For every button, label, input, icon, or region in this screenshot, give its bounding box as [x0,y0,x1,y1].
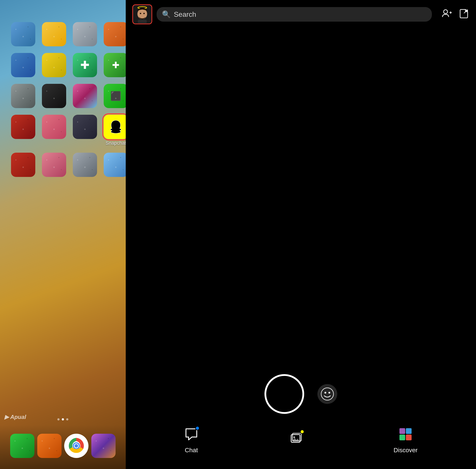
discover-nav-label: Discover [394,447,418,454]
app-icon-15[interactable] [73,115,97,139]
android-homescreen: ✚ ✚ ⬛ [0,0,126,469]
snapchat-panel: 🔍 Search [126,0,476,469]
shutter-button[interactable] [264,374,304,414]
dock-icon-chrome[interactable] [64,434,88,458]
list-item[interactable] [42,53,66,77]
page-dot-2 [62,418,64,420]
list-item[interactable] [11,84,35,108]
snapchat-header: 🔍 Search [126,0,476,29]
dock-icon-2[interactable] [37,434,62,458]
svg-rect-20 [399,428,405,434]
dock-icon-1[interactable] [10,434,34,458]
search-placeholder-text: Search [174,10,196,18]
watermark-text: ▶ Apual [4,413,26,420]
add-friend-icon [441,8,452,19]
page-dot-1 [57,418,60,420]
chat-nav-label: Chat [185,447,198,454]
list-item[interactable] [73,153,97,177]
list-item[interactable] [42,153,66,177]
svg-point-19 [293,436,295,438]
snapchat-app-wrapper[interactable]: Snapchat [104,115,126,146]
app-icon-8[interactable]: ✚ [104,53,126,77]
app-icon-3[interactable] [73,22,97,46]
app-icon-13[interactable] [11,115,35,139]
app-icon-12[interactable]: ⬛ [104,84,126,108]
camera-controls [126,374,476,414]
list-item[interactable] [73,115,97,146]
list-item[interactable] [42,115,66,146]
chrome-icon [67,437,85,455]
dock-icon-camera[interactable] [91,434,115,458]
app-icon-1[interactable] [11,22,35,46]
app-icon-10[interactable] [42,84,66,108]
svg-point-10 [443,10,447,14]
page-indicator [57,418,68,420]
app-icon-11[interactable] [73,84,97,108]
app-icon-17[interactable] [11,153,35,177]
svg-point-4 [75,444,78,448]
list-item[interactable] [11,53,35,77]
svg-point-15 [325,392,326,394]
svg-point-14 [321,388,333,400]
bitmoji-avatar-icon [133,5,151,23]
list-item[interactable] [73,22,97,46]
app-grid: ✚ ✚ ⬛ [7,18,119,181]
svg-rect-9 [138,20,147,23]
app-icon-4[interactable] [104,22,126,46]
page-dot-3 [66,418,68,420]
list-item[interactable] [42,22,66,46]
user-avatar[interactable] [132,4,152,24]
list-item[interactable]: ✚ [104,53,126,77]
app-icon-2[interactable] [42,22,66,46]
list-item[interactable] [11,115,35,146]
smiley-icon [321,387,334,401]
snap-send-button[interactable] [458,8,469,21]
app-icon-5[interactable] [11,53,35,77]
add-friend-button[interactable] [441,8,452,21]
list-item[interactable] [11,153,35,177]
bottom-navigation: Chat [126,420,476,469]
list-item[interactable] [104,22,126,46]
stories-nav-icon-wrapper [289,431,303,448]
snapchat-app-icon[interactable] [104,115,126,139]
nav-item-stories[interactable] [289,431,303,450]
svg-point-8 [143,13,145,14]
chat-notification-dot [195,426,200,430]
svg-rect-22 [399,435,405,440]
search-icon: 🔍 [162,10,171,18]
app-icon-18[interactable] [42,153,66,177]
stories-notification-dot [300,430,304,434]
app-icon-9[interactable] [11,84,35,108]
home-dock [0,425,126,469]
app-icon-20[interactable] [104,153,126,177]
app-icon-19[interactable] [73,153,97,177]
discover-icon [398,427,413,441]
app-icon-6[interactable] [42,53,66,77]
nav-item-discover[interactable]: Discover [394,427,418,454]
emoji-lens-button[interactable] [317,384,337,404]
discover-nav-icon [398,427,413,445]
snap-icon [458,8,469,19]
list-item[interactable] [42,84,66,108]
svg-rect-21 [406,428,411,434]
list-item[interactable]: ✚ [73,53,97,77]
list-item[interactable]: ⬛ [104,84,126,108]
search-bar[interactable]: 🔍 Search [157,7,432,22]
svg-point-16 [328,392,330,394]
nav-item-chat[interactable]: Chat [184,427,198,454]
list-item[interactable] [73,84,97,108]
svg-point-7 [140,13,141,14]
list-item[interactable] [104,153,126,177]
app-icon-7[interactable]: ✚ [73,53,97,77]
snapchat-app-label: Snapchat [106,140,126,146]
snapchat-ghost-icon [108,119,124,134]
app-icon-14[interactable] [42,115,66,139]
svg-rect-23 [406,435,411,440]
list-item[interactable] [11,22,35,46]
chat-nav-icon [184,427,198,445]
